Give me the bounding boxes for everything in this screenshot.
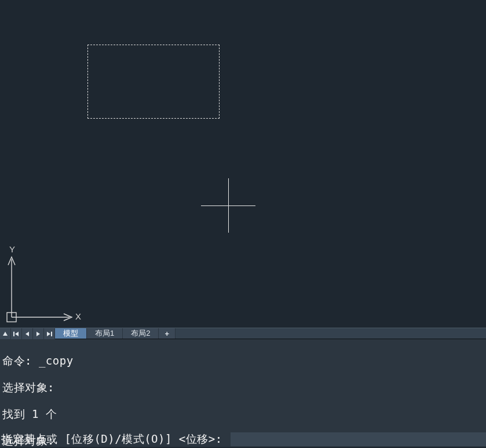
command-history-panel: 命令: _copy 选择对象: 找到 1 个 选择对象: 当前设置: 复制模式 … (0, 339, 486, 431)
tabs-scroll-up-button[interactable] (0, 328, 11, 339)
ucs-x-label: X (75, 311, 81, 321)
tab-label: 布局2 (131, 328, 150, 339)
tab-model[interactable]: 模型 (55, 328, 87, 339)
selected-rectangle (87, 45, 220, 119)
triangle-right-icon (35, 331, 41, 337)
tabs-spacer (176, 328, 486, 339)
command-input-line: 指定基点或 [位移(D)/模式(O)] <位移>: (0, 431, 486, 447)
svg-rect-2 (7, 313, 16, 322)
skip-last-icon (46, 331, 53, 337)
tabs-first-button[interactable] (11, 328, 22, 339)
ucs-icon (6, 244, 87, 325)
command-prompt: 指定基点或 [位移(D)/模式(O)] <位移>: (0, 432, 229, 447)
crosshair-vertical (228, 178, 229, 233)
svg-marker-6 (25, 332, 29, 336)
tab-add-button[interactable]: + (159, 328, 176, 339)
drawing-canvas[interactable]: Y X (0, 0, 486, 328)
tab-label: 布局1 (95, 328, 114, 339)
tab-layout1[interactable]: 布局1 (87, 328, 123, 339)
command-input[interactable] (231, 432, 486, 446)
tab-layout2[interactable]: 布局2 (123, 328, 159, 339)
tab-label: 模型 (63, 328, 78, 339)
tabs-prev-button[interactable] (22, 328, 33, 339)
tabs-last-button[interactable] (44, 328, 55, 339)
triangle-up-icon (2, 331, 8, 337)
svg-rect-4 (13, 332, 14, 336)
skip-first-icon (13, 331, 20, 337)
command-history-line: 选择对象: (2, 381, 484, 394)
ucs-y-label: Y (9, 244, 15, 254)
svg-marker-5 (15, 332, 19, 336)
command-history-line: 命令: _copy (2, 354, 484, 368)
svg-marker-7 (36, 332, 40, 336)
tabs-next-button[interactable] (33, 328, 44, 339)
svg-rect-9 (51, 332, 52, 336)
triangle-left-icon (24, 331, 30, 337)
svg-marker-8 (47, 332, 50, 336)
plus-icon: + (165, 329, 169, 338)
layout-tabs-bar: 模型 布局1 布局2 + (0, 328, 486, 339)
command-history-line: 找到 1 个 (2, 407, 484, 421)
svg-marker-3 (3, 332, 8, 336)
